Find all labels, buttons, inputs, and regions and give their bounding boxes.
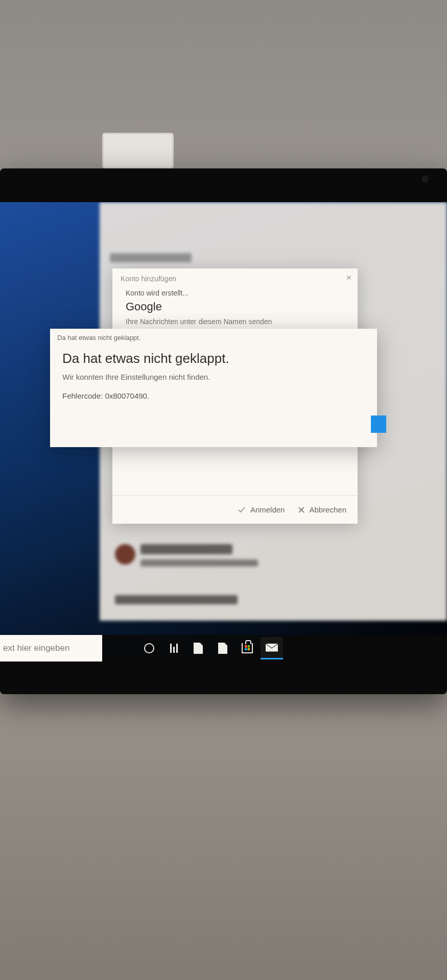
x-icon [298, 506, 305, 513]
add-account-footer: Anmelden Abbrechen [112, 495, 358, 524]
sign-in-button[interactable]: Anmelden [237, 505, 285, 514]
sign-in-label: Anmelden [250, 505, 285, 514]
cortana-button[interactable] [138, 637, 160, 659]
document-icon [194, 643, 203, 654]
close-icon[interactable]: × [346, 273, 351, 283]
cancel-label: Abbrechen [309, 505, 346, 514]
task-view-icon [170, 644, 178, 653]
cortana-icon [144, 643, 154, 653]
taskbar: ext hier eingeben [0, 635, 447, 662]
error-heading: Da hat etwas nicht geklappt. [62, 351, 365, 366]
error-message: Wir konnten Ihre Einstellungen nicht fin… [62, 373, 365, 381]
laptop-bezel: Konto hinzufügen × Konto wird erstellt..… [0, 168, 447, 694]
error-primary-button[interactable] [371, 415, 386, 433]
error-titlebar: Da hat etwas nicht geklappt. [50, 329, 377, 345]
webcam [421, 176, 429, 183]
checkmark-icon [237, 505, 246, 514]
laptop-screen: Konto hinzufügen × Konto wird erstellt..… [0, 202, 447, 662]
search-input[interactable]: ext hier eingeben [0, 635, 102, 662]
taskbar-document-button-1[interactable] [187, 637, 209, 659]
taskbar-document-button-2[interactable] [211, 637, 234, 659]
cancel-button[interactable]: Abbrechen [298, 505, 346, 514]
creating-account-label: Konto wird erstellt... [126, 289, 344, 297]
send-as-hint: Ihre Nachrichten unter diesem Namen send… [126, 317, 344, 326]
task-view-button[interactable] [162, 637, 185, 659]
error-code: Fehlercode: 0x80070490. [62, 391, 365, 400]
account-provider: Google [126, 300, 344, 313]
mail-icon [266, 644, 278, 652]
document-icon [218, 643, 227, 654]
error-dialog: Da hat etwas nicht geklappt. Da hat etwa… [50, 329, 377, 447]
store-icon [242, 643, 253, 653]
search-visible-text: ext hier eingeben [3, 643, 69, 653]
microsoft-store-button[interactable] [236, 637, 258, 659]
wall-outlet [102, 133, 174, 168]
add-account-title: Konto hinzufügen [112, 268, 358, 287]
mail-app-button[interactable] [261, 637, 283, 659]
